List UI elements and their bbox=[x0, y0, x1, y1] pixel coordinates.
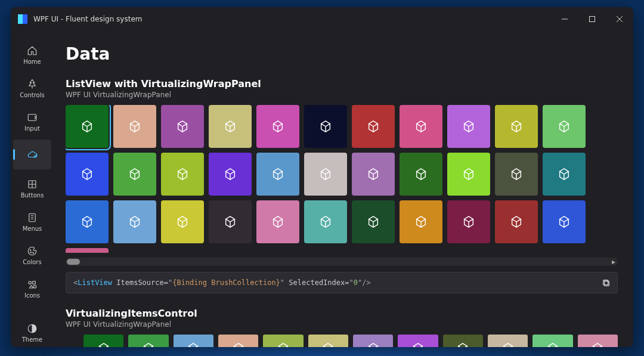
sidebar-item-input[interactable]: Input bbox=[13, 106, 51, 136]
desktop-bg: WPF UI - Fluent design system HomeContro… bbox=[0, 0, 644, 356]
color-tile[interactable] bbox=[66, 200, 109, 243]
sidebar-item-icons[interactable]: Icons bbox=[13, 273, 51, 303]
copy-button[interactable] bbox=[600, 277, 612, 289]
color-tile[interactable] bbox=[256, 200, 299, 243]
color-tile[interactable] bbox=[495, 153, 538, 196]
sidebar-item-label: Theme bbox=[22, 336, 43, 343]
color-tile[interactable] bbox=[543, 153, 586, 196]
color-tile[interactable] bbox=[209, 200, 252, 243]
color-tile[interactable] bbox=[209, 105, 252, 148]
sidebar-item-controls[interactable]: Controls bbox=[13, 73, 51, 103]
color-tile[interactable] bbox=[308, 335, 348, 347]
color-tile[interactable] bbox=[400, 200, 442, 243]
color-tile[interactable] bbox=[174, 335, 213, 347]
code-snippet: <ListView ItemsSource="{Binding BrushCol… bbox=[66, 272, 618, 293]
color-tile[interactable] bbox=[447, 153, 490, 196]
sidebar-item-label: Controls bbox=[20, 92, 44, 98]
color-tile[interactable] bbox=[488, 335, 528, 347]
sidebar-item-home[interactable]: Home bbox=[13, 39, 51, 69]
titlebar[interactable]: WPF UI - Fluent design system bbox=[11, 7, 633, 31]
color-tile[interactable] bbox=[209, 153, 252, 196]
color-tile[interactable] bbox=[161, 105, 204, 148]
color-tile[interactable] bbox=[66, 248, 109, 253]
menus-icon bbox=[27, 211, 38, 224]
app-logo-icon bbox=[18, 14, 27, 24]
color-tile[interactable] bbox=[353, 335, 393, 347]
color-tile[interactable] bbox=[543, 200, 586, 243]
color-tile[interactable] bbox=[443, 335, 483, 347]
tree-icon bbox=[27, 78, 38, 91]
color-tile[interactable] bbox=[128, 335, 168, 347]
color-tile[interactable] bbox=[495, 105, 538, 148]
color-tile[interactable] bbox=[113, 153, 156, 196]
section2-title: VirtualizingItemsControl bbox=[66, 308, 618, 319]
color-tile[interactable] bbox=[304, 105, 347, 148]
color-tile[interactable] bbox=[256, 153, 299, 196]
color-tile[interactable] bbox=[578, 335, 618, 347]
color-tile[interactable] bbox=[256, 105, 299, 148]
sidebar-item-label: Menus bbox=[23, 225, 42, 232]
sidebar-item-theme[interactable]: Theme bbox=[13, 317, 51, 347]
section1-subtitle: WPF UI VirtualizingWrapPanel bbox=[66, 91, 618, 99]
svg-rect-0 bbox=[590, 17, 595, 22]
scrollbar-thumb[interactable] bbox=[67, 259, 80, 265]
color-tile[interactable] bbox=[400, 153, 442, 196]
sidebar-item-colors[interactable]: Colors bbox=[13, 240, 51, 270]
color-tile[interactable] bbox=[495, 200, 538, 243]
sidebar-item-label: Buttons bbox=[21, 192, 44, 199]
sidebar: HomeControlsInputButtonsMenusColorsIcons… bbox=[11, 31, 54, 347]
color-tile[interactable] bbox=[532, 335, 572, 347]
color-tile[interactable] bbox=[447, 105, 490, 148]
caption-buttons bbox=[551, 7, 633, 31]
listview-grid[interactable] bbox=[66, 105, 618, 253]
color-tile[interactable] bbox=[304, 200, 347, 243]
content-area[interactable]: Data ListView with VirtualizingWrapPanel… bbox=[54, 31, 633, 347]
app-window: WPF UI - Fluent design system HomeContro… bbox=[11, 7, 633, 347]
sidebar-item-buttons[interactable]: Buttons bbox=[13, 173, 51, 203]
sidebar-item-label: Input bbox=[24, 125, 40, 132]
color-tile[interactable] bbox=[66, 105, 109, 148]
color-tile[interactable] bbox=[352, 200, 395, 243]
color-tile[interactable] bbox=[304, 153, 347, 196]
palette-icon bbox=[27, 244, 38, 258]
sidebar-item-menus[interactable]: Menus bbox=[13, 206, 51, 236]
color-tile[interactable] bbox=[113, 200, 156, 243]
section1-title: ListView with VirtualizingWrapPanel bbox=[66, 78, 618, 89]
section2-subtitle: WPF UI VirtualizingWrapPanel bbox=[66, 320, 618, 329]
window-title: WPF UI - Fluent design system bbox=[33, 15, 551, 23]
color-tile[interactable] bbox=[398, 335, 438, 347]
color-tile[interactable] bbox=[400, 105, 442, 148]
close-button[interactable] bbox=[606, 7, 633, 31]
grid-icon bbox=[27, 178, 38, 191]
color-tile[interactable] bbox=[447, 200, 490, 243]
color-tile[interactable] bbox=[161, 200, 204, 243]
sidebar-item-label: Icons bbox=[24, 292, 40, 299]
window-body: HomeControlsInputButtonsMenusColorsIcons… bbox=[11, 31, 633, 347]
minimize-button[interactable] bbox=[551, 7, 578, 31]
color-tile[interactable] bbox=[543, 105, 586, 148]
input-icon bbox=[27, 111, 38, 124]
home-icon bbox=[27, 44, 38, 57]
sidebar-item-label: Home bbox=[23, 58, 41, 65]
color-tile[interactable] bbox=[161, 153, 204, 196]
scroll-right-icon[interactable]: ▶ bbox=[611, 259, 617, 265]
sidebar-item-data[interactable] bbox=[13, 140, 51, 169]
color-tile[interactable] bbox=[83, 335, 123, 347]
sidebar-item-label: Colors bbox=[23, 259, 41, 265]
color-tile[interactable] bbox=[66, 153, 109, 196]
theme-icon bbox=[27, 322, 38, 335]
color-tile[interactable] bbox=[263, 335, 303, 347]
shapes-icon bbox=[27, 278, 38, 291]
cloud-icon bbox=[27, 148, 38, 161]
itemscontrol-row bbox=[83, 335, 618, 347]
horizontal-scrollbar[interactable]: ▶ bbox=[66, 258, 618, 266]
color-tile[interactable] bbox=[352, 153, 395, 196]
color-tile[interactable] bbox=[218, 335, 258, 347]
color-tile[interactable] bbox=[113, 105, 156, 148]
color-tile[interactable] bbox=[352, 105, 395, 148]
page-title: Data bbox=[66, 44, 618, 64]
maximize-button[interactable] bbox=[578, 7, 606, 31]
